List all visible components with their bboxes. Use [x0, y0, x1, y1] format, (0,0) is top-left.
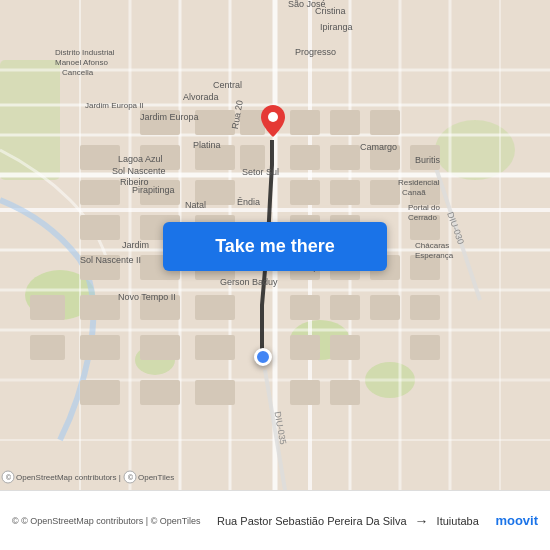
- svg-text:Cerrado: Cerrado: [408, 213, 437, 222]
- svg-text:Portal do: Portal do: [408, 203, 441, 212]
- svg-text:Jardim Europa II: Jardim Europa II: [85, 101, 144, 110]
- origin-marker: [254, 348, 272, 366]
- svg-text:São José: São José: [288, 0, 326, 9]
- svg-rect-58: [195, 110, 235, 135]
- bottom-bar: © © OpenStreetMap contributors | © OpenT…: [0, 490, 550, 550]
- svg-rect-72: [80, 380, 120, 405]
- svg-rect-50: [290, 295, 320, 320]
- svg-text:OpenStreetMap contributors |: OpenStreetMap contributors |: [16, 473, 121, 482]
- svg-rect-38: [370, 180, 400, 205]
- svg-rect-69: [290, 335, 320, 360]
- svg-rect-60: [290, 110, 320, 135]
- svg-point-6: [435, 120, 515, 180]
- destination-label: Ituiutaba: [437, 515, 479, 527]
- svg-text:Canaã: Canaã: [402, 188, 426, 197]
- svg-text:Alvorada: Alvorada: [183, 92, 219, 102]
- svg-rect-82: [30, 335, 65, 360]
- svg-text:Progresso: Progresso: [295, 47, 336, 57]
- svg-text:Platina: Platina: [193, 140, 221, 150]
- map-container: Cristina Ipiranga Progresso Central Rua …: [0, 0, 550, 490]
- svg-rect-51: [330, 295, 360, 320]
- svg-point-124: [268, 112, 278, 122]
- svg-rect-71: [80, 335, 120, 360]
- svg-text:©: ©: [128, 474, 134, 481]
- copyright-icon: ©: [12, 516, 19, 526]
- svg-rect-75: [290, 380, 320, 405]
- svg-text:Chácaras: Chácaras: [415, 241, 449, 250]
- svg-text:Distrito Industrial: Distrito Industrial: [55, 48, 115, 57]
- svg-text:Buritis: Buritis: [415, 155, 441, 165]
- svg-rect-49: [195, 295, 235, 320]
- svg-text:Setor Sul: Setor Sul: [242, 167, 279, 177]
- svg-rect-73: [140, 380, 180, 405]
- route-arrow-icon: →: [415, 513, 429, 529]
- svg-rect-80: [370, 295, 400, 320]
- svg-text:Central: Central: [213, 80, 242, 90]
- svg-rect-54: [80, 215, 120, 240]
- origin-label: Rua Pastor Sebastião Pereira Da Silva: [217, 515, 407, 527]
- svg-rect-34: [290, 145, 320, 170]
- svg-rect-70: [330, 335, 360, 360]
- svg-text:Natal: Natal: [185, 200, 206, 210]
- svg-text:Jardim: Jardim: [122, 240, 149, 250]
- svg-rect-62: [370, 110, 400, 135]
- svg-text:Gerson Baduy: Gerson Baduy: [220, 277, 278, 287]
- svg-text:Manoel Afonso: Manoel Afonso: [55, 58, 108, 67]
- svg-rect-61: [330, 110, 360, 135]
- svg-rect-68: [195, 335, 235, 360]
- svg-text:Residencial: Residencial: [398, 178, 440, 187]
- svg-text:OpenTiles: OpenTiles: [138, 473, 174, 482]
- svg-text:Lagoa Azul: Lagoa Azul: [118, 154, 163, 164]
- attribution-text: © © OpenStreetMap contributors | © OpenT…: [12, 516, 201, 526]
- svg-text:Ipiranga: Ipiranga: [320, 22, 353, 32]
- route-info: Rua Pastor Sebastião Pereira Da Silva → …: [209, 513, 488, 529]
- svg-rect-78: [410, 335, 440, 360]
- svg-rect-35: [330, 145, 360, 170]
- svg-rect-74: [195, 380, 235, 405]
- take-me-there-button[interactable]: Take me there: [163, 222, 387, 271]
- svg-rect-39: [290, 180, 320, 205]
- svg-text:Sol Nascente II: Sol Nascente II: [80, 255, 141, 265]
- svg-rect-5: [0, 60, 60, 180]
- svg-text:Novo Tempo II: Novo Tempo II: [118, 292, 176, 302]
- svg-text:Camargo: Camargo: [360, 142, 397, 152]
- svg-rect-36: [330, 180, 360, 205]
- svg-rect-53: [80, 180, 120, 205]
- moovit-logo: moovit: [495, 513, 538, 528]
- svg-rect-76: [330, 380, 360, 405]
- svg-rect-56: [80, 295, 120, 320]
- svg-text:Ribeiro: Ribeiro: [120, 177, 149, 187]
- svg-text:Jardim Europa: Jardim Europa: [140, 112, 199, 122]
- svg-text:Cancella: Cancella: [62, 68, 94, 77]
- svg-text:Esperança: Esperança: [415, 251, 454, 260]
- svg-text:Êndia: Êndia: [237, 197, 260, 207]
- svg-text:Sol Nascente: Sol Nascente: [112, 166, 166, 176]
- svg-rect-67: [140, 335, 180, 360]
- svg-rect-81: [30, 295, 65, 320]
- destination-marker: [261, 105, 285, 137]
- svg-rect-77: [410, 295, 440, 320]
- svg-text:©: ©: [6, 474, 12, 481]
